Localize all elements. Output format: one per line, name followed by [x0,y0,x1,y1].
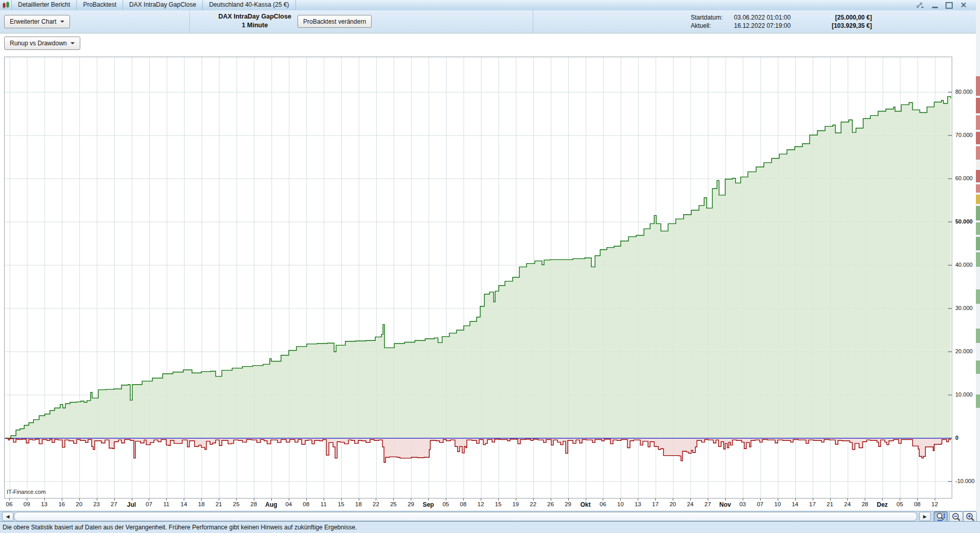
background-window-fragment [976,146,980,160]
background-window-fragment [976,162,980,168]
x-tick-mark [271,498,272,501]
startdatum-value: 03.06.2022 01:01:00 [734,13,812,22]
x-tick-mark [586,498,586,501]
start-equity: [25.000,00 €] [812,13,872,22]
x-tick-mark [673,498,673,501]
toolbar: Erweiterter Chart DAX IntraDay GapClose … [0,10,976,33]
x-tick-mark [516,498,516,501]
x-tick-mark [411,498,411,501]
series-dropdown[interactable]: Runup vs Drawdown [4,37,80,50]
zoom-custom-button[interactable] [934,511,948,522]
background-window-fragment [976,252,980,267]
y-tick-label: 40.000 [955,262,973,268]
tab-detaillierter-bericht[interactable]: Detaillierter Bericht [11,0,77,10]
magnifier-minus-icon [951,512,961,522]
background-window-fragment [976,115,980,130]
background-window-fragment [976,184,980,193]
y-tick-label: 60.000 [955,175,973,181]
background-window-fragment [976,76,980,96]
x-tick-mark [760,498,761,501]
x-tick-mark [743,498,743,501]
x-tick-mark [917,498,918,501]
horizontal-scrollbar: ◀ ▶ [0,511,976,522]
chevron-down-icon [60,21,64,23]
scrollbar-thumb[interactable] [14,512,917,521]
x-tick-mark [254,498,254,501]
scroll-left-button[interactable]: ◀ [2,512,13,521]
background-window-fragment [976,329,980,343]
tab-dax-intraday-gapclose[interactable]: DAX IntraDay GapClose [123,0,203,10]
tab-probacktest[interactable]: ProBacktest [77,0,123,10]
background-window-strip [976,0,980,521]
probacktest-veraendern-button[interactable]: ProBacktest verändern [297,15,372,28]
x-tick-mark [638,498,638,501]
x-tick-mark [847,498,848,501]
x-tick-mark [708,498,708,501]
x-tick-mark [568,498,569,501]
x-tick-mark [289,498,289,501]
x-tick-mark [481,498,481,501]
background-window-fragment [976,360,980,374]
startdatum-row: Startdatum: 03.06.2022 01:01:00 [25.000,… [691,13,872,22]
current-equity: [103.929,35 €] [812,22,872,30]
x-tick-mark [324,498,324,501]
x-tick-mark [830,498,831,501]
series-dropdown-label: Runup vs Drawdown [10,40,67,47]
y-tick-label: 50.000 [955,218,973,225]
maximize-button[interactable] [945,1,953,9]
x-tick-label: 12 [923,501,946,507]
x-tick-mark [603,498,603,501]
y-tick-label: 0 [955,435,958,441]
x-tick-mark [620,498,621,501]
x-tick-mark [184,498,184,501]
titlebar: Detaillierter Bericht ProBacktest DAX In… [0,0,976,11]
background-window-fragment [976,289,980,304]
x-tick-mark [795,498,796,501]
x-tick-mark [446,498,446,501]
magnifier-plus-icon [965,512,975,522]
tab-deutschland-40-kassa[interactable]: Deutschland 40-Kassa (25 €) [203,0,295,10]
x-tick-mark [132,498,132,501]
x-tick-mark [533,498,534,501]
x-tick-mark [393,498,394,501]
x-tick-mark [44,498,45,501]
magnifier-arrows-icon [936,512,946,522]
erweiterter-chart-label: Erweiterter Chart [10,18,57,25]
x-tick-mark [62,498,62,501]
x-tick-mark [27,498,27,501]
x-axis: 06091316202327Jul07111418212528Aug040811… [4,498,952,511]
toolbar-separator [533,10,533,33]
x-tick-mark [376,498,376,501]
background-window-fragment [976,195,980,204]
share-icon[interactable] [916,1,924,9]
zoom-out-button[interactable] [949,511,963,522]
x-tick-mark [166,498,167,501]
x-tick-mark [551,498,551,501]
background-window-fragment [976,237,980,250]
minimize-button[interactable] [931,1,939,9]
close-button[interactable]: ✕ [959,1,968,9]
chart-plot[interactable] [4,57,952,498]
zoom-in-button[interactable] [963,511,977,522]
runup-area [6,96,951,438]
x-tick-mark [882,498,883,501]
scroll-right-button[interactable]: ▶ [919,512,931,521]
chevron-down-icon [71,42,75,44]
erweiterter-chart-button[interactable]: Erweiterter Chart [4,15,70,28]
background-window-fragment [976,170,980,182]
aktuell-label: Aktuell: [691,22,734,30]
x-tick-mark [359,498,359,501]
x-tick-mark [306,498,307,501]
y-tick-label: 10.000 [955,391,973,398]
x-tick-mark [813,498,813,501]
y-tick-label: -10.000 [955,478,974,484]
candlestick-chart-icon [0,0,11,10]
x-tick-mark [149,498,149,501]
x-tick-mark [114,498,115,501]
status-bar: Die obere Statistik basiert auf Daten au… [0,521,980,533]
y-axis: 80.00070.00060.00050.00040.00030.00020.0… [954,57,975,498]
startdatum-label: Startdatum: [691,13,734,22]
background-window-fragment [976,132,980,144]
x-tick-mark [201,498,202,501]
aktuell-row: Aktuell: 16.12.2022 07:19:00 [103.929,35… [691,22,872,30]
